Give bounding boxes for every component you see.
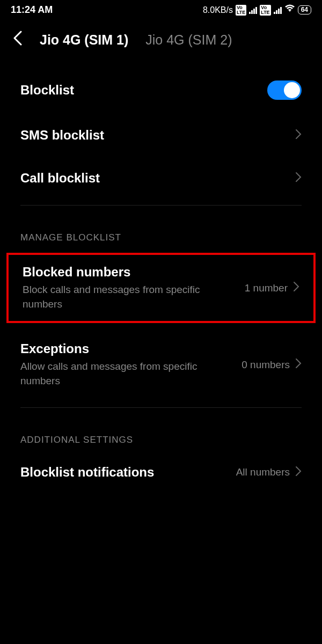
call-blocklist-row[interactable]: Call blocklist bbox=[0, 157, 322, 200]
signal-icon-1 bbox=[249, 6, 257, 14]
status-bar: 11:24 AM 8.0KB/s VoLTE VoLTE 64 bbox=[0, 0, 322, 18]
blocked-numbers-title: Blocked numbers bbox=[23, 265, 238, 280]
header: Jio 4G (SIM 1) Jio 4G (SIM 2) bbox=[0, 18, 322, 67]
battery-icon: 64 bbox=[298, 5, 311, 15]
section-manage-blocklist: MANAGE BLOCKLIST bbox=[0, 211, 322, 248]
status-speed: 8.0KB/s bbox=[203, 5, 233, 15]
wifi-icon bbox=[284, 4, 295, 16]
exceptions-row[interactable]: Exceptions Allow calls and messages from… bbox=[0, 327, 322, 402]
chevron-right-icon bbox=[295, 129, 302, 142]
blocklist-toggle[interactable] bbox=[267, 80, 302, 100]
chevron-right-icon bbox=[293, 281, 299, 295]
back-button[interactable] bbox=[9, 28, 27, 52]
tab-sim1[interactable]: Jio 4G (SIM 1) bbox=[40, 32, 128, 48]
divider bbox=[20, 407, 302, 408]
chevron-right-icon bbox=[295, 358, 302, 371]
section-additional: ADDITIONAL SETTINGS bbox=[0, 413, 322, 451]
blocklist-label: Blocklist bbox=[20, 83, 74, 98]
chevron-right-icon bbox=[295, 172, 302, 185]
tab-sim2[interactable]: Jio 4G (SIM 2) bbox=[145, 32, 232, 48]
notifications-value: All numbers bbox=[236, 466, 290, 478]
blocked-numbers-sub: Block calls and messages from specific n… bbox=[23, 283, 238, 311]
notifications-title: Blocklist notifications bbox=[20, 465, 154, 480]
blocked-numbers-value: 1 number bbox=[245, 282, 288, 294]
volte-icon-2: VoLTE bbox=[260, 5, 270, 16]
toggle-knob bbox=[284, 82, 300, 98]
sms-blocklist-row[interactable]: SMS blocklist bbox=[0, 114, 322, 157]
volte-icon-1: VoLTE bbox=[236, 5, 246, 16]
divider bbox=[20, 205, 302, 206]
exceptions-title: Exceptions bbox=[20, 341, 235, 356]
status-time: 11:24 AM bbox=[11, 4, 53, 16]
exceptions-sub: Allow calls and messages from specific n… bbox=[20, 360, 235, 388]
status-right: 8.0KB/s VoLTE VoLTE 64 bbox=[203, 4, 311, 16]
exceptions-value: 0 numbers bbox=[241, 359, 290, 371]
chevron-right-icon bbox=[295, 466, 302, 479]
highlight-annotation: Blocked numbers Block calls and messages… bbox=[6, 253, 316, 323]
blocked-numbers-row[interactable]: Blocked numbers Block calls and messages… bbox=[9, 255, 313, 321]
signal-icon-2 bbox=[274, 6, 282, 14]
sim-tabs: Jio 4G (SIM 1) Jio 4G (SIM 2) bbox=[40, 32, 313, 48]
notifications-row[interactable]: Blocklist notifications All numbers bbox=[0, 451, 322, 494]
sms-blocklist-label: SMS blocklist bbox=[20, 128, 104, 143]
blocklist-row[interactable]: Blocklist bbox=[0, 67, 322, 114]
call-blocklist-label: Call blocklist bbox=[20, 171, 100, 186]
